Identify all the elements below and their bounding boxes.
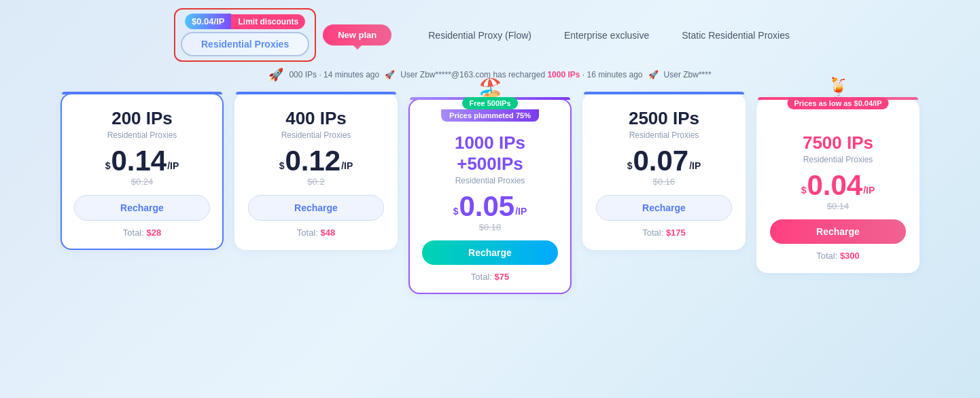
recharge-btn-7500[interactable]: Recharge <box>770 219 906 244</box>
plan-type-400: Residential Proxies <box>248 130 384 140</box>
plan-ip-1000: 1000 IPs +500IPs <box>422 132 558 175</box>
price-dollar-7500: $ <box>801 185 807 196</box>
new-plan-badge[interactable]: New plan <box>323 24 391 46</box>
plan-total-400: Total: $48 <box>248 228 384 238</box>
card-banner-7500: 🍹 Prices as low as $0.04/IP <box>787 78 888 109</box>
price-main-200: 0.14 <box>111 147 167 175</box>
plan-ip-7500: 7500 IPs <box>770 132 906 153</box>
price-main-7500: 0.04 <box>807 171 862 200</box>
price-unit-1000: /IP <box>515 206 527 217</box>
banner-sub-tag-1000: Prices plummeted 75% <box>441 109 539 122</box>
ticker-icon-3: 🚀 <box>648 70 659 79</box>
total-price-200: $28 <box>146 228 161 238</box>
recharge-btn-1000[interactable]: Recharge <box>422 240 558 265</box>
price-unit-2500: /IP <box>689 160 701 171</box>
card-banner-1000: 🏖️ Free 500IPs Prices plummeted 75% <box>441 78 539 122</box>
price-unit-400: /IP <box>341 160 353 171</box>
price-original-1000: $0.18 <box>422 222 558 232</box>
price-main-1000: 0.05 <box>459 192 514 221</box>
plan-ip-2500: 2500 IPs <box>596 108 732 129</box>
tab-flow[interactable]: Residential Proxy (Flow) <box>412 24 548 46</box>
banner-tag-7500: Prices as low as $0.04/IP <box>787 97 888 109</box>
price-unit-200: /IP <box>167 160 179 171</box>
plan-card-2500: 2500 IPs Residential Proxies $ 0.07 /IP … <box>582 93 746 250</box>
plan-card-200: 200 IPs Residential Proxies $ 0.14 /IP $… <box>60 93 224 250</box>
tab-enterprise[interactable]: Enterprise exclusive <box>548 24 665 46</box>
price-main-400: 0.12 <box>285 147 340 175</box>
ticker-text-3: User Zbw**** <box>664 70 712 79</box>
price-dollar-200: $ <box>105 160 111 171</box>
plan-price-row-7500: $ 0.04 /IP <box>770 171 906 200</box>
plan-ip-200: 200 IPs <box>74 108 210 129</box>
banner-emoji-1000: 🏖️ <box>478 78 502 97</box>
page-wrapper: $0.04/IP Limit discounts Residential Pro… <box>0 0 980 398</box>
plan-price-row-400: $ 0.12 /IP <box>248 147 384 175</box>
top-nav: $0.04/IP Limit discounts Residential Pro… <box>14 8 966 62</box>
card-top-bar-200 <box>62 92 222 94</box>
plan-price-row-1000: $ 0.05 /IP <box>422 192 558 221</box>
plans-grid: 200 IPs Residential Proxies $ 0.14 /IP $… <box>14 93 966 294</box>
tab-static[interactable]: Static Residential Proxies <box>665 24 806 46</box>
price-original-400: $0.2 <box>248 177 384 187</box>
price-dollar-400: $ <box>279 160 285 171</box>
plan-type-1000: Residential Proxies <box>422 176 558 185</box>
plan-card-7500: 🍹 Prices as low as $0.04/IP 7500 IPs Res… <box>756 98 920 273</box>
price-original-200: $0.24 <box>74 177 210 187</box>
plan-type-7500: Residential Proxies <box>770 155 906 164</box>
ticker-highlight: 1000 IPs <box>547 70 580 79</box>
price-original-2500: $0.16 <box>596 177 732 187</box>
plan-total-1000: Total: $75 <box>422 272 558 282</box>
plan-total-7500: Total: $300 <box>770 251 906 261</box>
plan-price-row-200: $ 0.14 /IP <box>74 147 210 175</box>
plan-price-row-2500: $ 0.07 /IP <box>596 147 732 175</box>
ticker-icon-2: 🚀 <box>385 70 395 79</box>
price-dollar-2500: $ <box>627 160 633 171</box>
recharge-btn-2500[interactable]: Recharge <box>596 195 732 221</box>
price-unit-7500: /IP <box>863 185 875 196</box>
recharge-btn-400[interactable]: Recharge <box>248 195 384 221</box>
card-top-bar-2500 <box>584 92 744 94</box>
plan-ip-400: 400 IPs <box>248 108 384 129</box>
tab-residential[interactable]: Residential Proxies <box>181 32 309 56</box>
banner-emoji-7500: 🍹 <box>826 78 850 97</box>
price-main-2500: 0.07 <box>633 147 688 175</box>
total-price-1000: $75 <box>494 272 509 282</box>
plan-total-2500: Total: $175 <box>596 228 732 238</box>
total-price-2500: $175 <box>666 228 686 238</box>
plan-total-200: Total: $28 <box>74 228 210 238</box>
ticker-icon-1: 🚀 <box>268 67 283 82</box>
plan-card-1000: 🏖️ Free 500IPs Prices plummeted 75% 1000… <box>408 98 572 294</box>
limit-price: $0.04/IP <box>185 14 231 29</box>
price-dollar-1000: $ <box>453 206 459 217</box>
limit-badge[interactable]: $0.04/IP Limit discounts <box>185 14 305 29</box>
plan-type-200: Residential Proxies <box>74 130 210 140</box>
total-price-7500: $300 <box>840 251 860 261</box>
recharge-btn-200[interactable]: Recharge <box>74 195 210 221</box>
plan-card-400: 400 IPs Residential Proxies $ 0.12 /IP $… <box>234 93 398 250</box>
spacer-7500 <box>770 113 906 132</box>
tab-highlight-box: $0.04/IP Limit discounts Residential Pro… <box>174 8 316 62</box>
limit-text: Limit discounts <box>231 14 305 29</box>
ticker-text-1: 000 IPs · 14 minutes ago <box>289 70 379 79</box>
banner-tag-free: Free 500IPs <box>462 97 517 109</box>
total-price-400: $48 <box>320 228 335 238</box>
price-original-7500: $0.14 <box>770 201 906 211</box>
card-top-bar-400 <box>236 92 396 94</box>
plan-type-2500: Residential Proxies <box>596 130 732 140</box>
